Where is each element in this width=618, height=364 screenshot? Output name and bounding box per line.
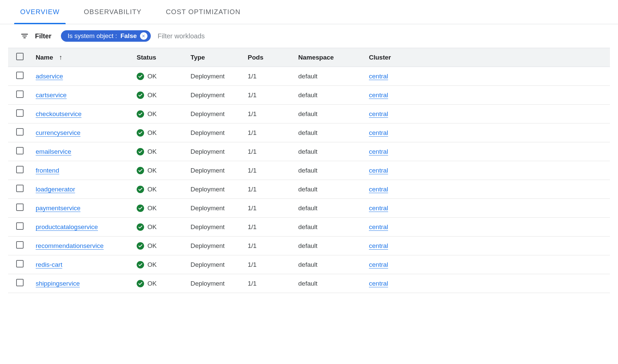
- workload-pods: 1/1: [244, 86, 294, 105]
- status-text: OK: [147, 205, 157, 212]
- select-all-checkbox[interactable]: [16, 53, 24, 60]
- workload-type: Deployment: [186, 123, 244, 142]
- row-checkbox[interactable]: [16, 147, 24, 154]
- table-row: redis-cart OK Deployment 1/1 default cen…: [8, 255, 610, 274]
- workload-name-link[interactable]: paymentservice: [36, 205, 80, 212]
- filter-chip-is-system-object[interactable]: Is system object : False: [61, 30, 151, 42]
- workload-name-link[interactable]: adservice: [36, 73, 63, 80]
- row-checkbox[interactable]: [16, 185, 24, 192]
- row-checkbox[interactable]: [16, 128, 24, 136]
- row-checkbox[interactable]: [16, 279, 24, 286]
- table-row: adservice OK Deployment 1/1 default cent…: [8, 67, 610, 86]
- cluster-link[interactable]: central: [369, 280, 388, 287]
- status-ok-icon: [137, 280, 144, 287]
- cluster-link[interactable]: central: [369, 110, 388, 118]
- cluster-link[interactable]: central: [369, 73, 388, 80]
- tab-observability[interactable]: OBSERVABILITY: [84, 0, 142, 24]
- cluster-link[interactable]: central: [369, 242, 388, 250]
- table-row: loadgenerator OK Deployment 1/1 default …: [8, 180, 610, 199]
- workload-type: Deployment: [186, 274, 244, 293]
- status-text: OK: [147, 242, 157, 250]
- workload-name-link[interactable]: cartservice: [36, 92, 67, 99]
- workload-name-link[interactable]: currencyservice: [36, 129, 80, 137]
- workload-name-link[interactable]: productcatalogservice: [36, 223, 98, 231]
- workload-pods: 1/1: [244, 236, 294, 255]
- workload-namespace: default: [294, 218, 365, 236]
- workload-name-link[interactable]: shippingservice: [36, 280, 80, 287]
- workload-pods: 1/1: [244, 67, 294, 86]
- status-ok-icon: [137, 110, 144, 118]
- workload-name-link[interactable]: redis-cart: [36, 261, 62, 268]
- sort-ascending-icon: ↑: [59, 53, 62, 61]
- column-header-namespace[interactable]: Namespace: [294, 48, 365, 67]
- status-ok-icon: [137, 186, 144, 193]
- workload-namespace: default: [294, 255, 365, 274]
- filter-input[interactable]: [157, 32, 610, 40]
- status-text: OK: [147, 186, 157, 193]
- workload-pods: 1/1: [244, 218, 294, 236]
- workload-name-link[interactable]: emailservice: [36, 148, 71, 155]
- workloads-table: Name ↑ Status Type Pods Namespace Cluste…: [8, 48, 610, 293]
- status-ok-icon: [137, 223, 144, 231]
- filter-label: Filter: [35, 32, 52, 40]
- column-header-name-label: Name: [36, 54, 53, 61]
- table-row: productcatalogservice OK Deployment 1/1 …: [8, 218, 610, 236]
- status-ok-icon: [137, 242, 144, 250]
- workload-name-link[interactable]: frontend: [36, 167, 59, 174]
- cluster-link[interactable]: central: [369, 92, 388, 99]
- table-row: currencyservice OK Deployment 1/1 defaul…: [8, 123, 610, 142]
- filter-chip-value: False: [121, 32, 137, 40]
- table-row: emailservice OK Deployment 1/1 default c…: [8, 142, 610, 161]
- status-ok-icon: [137, 205, 144, 212]
- cluster-link[interactable]: central: [369, 205, 388, 212]
- workload-namespace: default: [294, 142, 365, 161]
- status-ok-icon: [137, 129, 144, 137]
- workload-pods: 1/1: [244, 142, 294, 161]
- cluster-link[interactable]: central: [369, 129, 388, 137]
- workload-type: Deployment: [186, 199, 244, 218]
- table-row: frontend OK Deployment 1/1 default centr…: [8, 161, 610, 180]
- status-ok-icon: [137, 92, 144, 99]
- workload-namespace: default: [294, 86, 365, 105]
- row-checkbox[interactable]: [16, 109, 24, 117]
- tab-overview[interactable]: OVERVIEW: [20, 0, 60, 24]
- workload-namespace: default: [294, 105, 365, 123]
- tab-cost-optimization[interactable]: COST OPTIMIZATION: [166, 0, 241, 24]
- cluster-link[interactable]: central: [369, 148, 388, 155]
- row-checkbox[interactable]: [16, 166, 24, 173]
- column-header-type[interactable]: Type: [186, 48, 244, 67]
- row-checkbox[interactable]: [16, 260, 24, 267]
- workload-type: Deployment: [186, 105, 244, 123]
- table-row: cartservice OK Deployment 1/1 default ce…: [8, 86, 610, 105]
- column-header-cluster[interactable]: Cluster: [365, 48, 610, 67]
- workload-name-link[interactable]: recommendationservice: [36, 242, 104, 250]
- workload-namespace: default: [294, 123, 365, 142]
- workload-pods: 1/1: [244, 274, 294, 293]
- row-checkbox[interactable]: [16, 90, 24, 98]
- row-checkbox[interactable]: [16, 72, 24, 79]
- workload-name-link[interactable]: loadgenerator: [36, 186, 75, 193]
- status-text: OK: [147, 167, 157, 174]
- cluster-link[interactable]: central: [369, 223, 388, 231]
- cluster-link[interactable]: central: [369, 261, 388, 268]
- filter-chip-key: Is system object :: [68, 32, 117, 40]
- workload-namespace: default: [294, 161, 365, 180]
- status-ok-icon: [137, 261, 144, 268]
- row-checkbox[interactable]: [16, 204, 24, 211]
- filter-chip-remove-icon[interactable]: [140, 32, 147, 40]
- table-row: shippingservice OK Deployment 1/1 defaul…: [8, 274, 610, 293]
- row-checkbox[interactable]: [16, 222, 24, 230]
- column-header-status[interactable]: Status: [133, 48, 186, 67]
- cluster-link[interactable]: central: [369, 186, 388, 193]
- workload-namespace: default: [294, 180, 365, 199]
- filter-bar: Filter Is system object : False: [0, 24, 618, 48]
- column-header-name[interactable]: Name ↑: [32, 48, 133, 67]
- row-checkbox[interactable]: [16, 241, 24, 249]
- status-text: OK: [147, 261, 157, 268]
- workload-name-link[interactable]: checkoutservice: [36, 110, 81, 118]
- cluster-link[interactable]: central: [369, 167, 388, 174]
- workload-namespace: default: [294, 199, 365, 218]
- column-header-pods[interactable]: Pods: [244, 48, 294, 67]
- workload-namespace: default: [294, 274, 365, 293]
- workload-pods: 1/1: [244, 255, 294, 274]
